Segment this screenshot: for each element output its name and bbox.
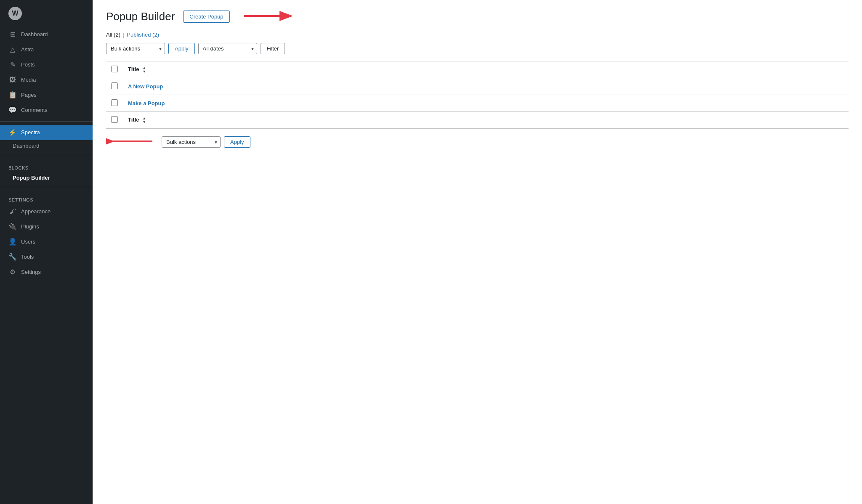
page-header: Popup Builder Create Popup [106, 10, 849, 23]
sidebar-item-label: Pages [21, 91, 37, 99]
page-title: Popup Builder [106, 10, 175, 23]
footer-title-sort-arrows[interactable]: ▲ ▼ [142, 117, 146, 124]
create-popup-arrow [238, 10, 295, 23]
table-row: A New Popup [106, 78, 849, 95]
pages-icon: 📋 [8, 91, 17, 99]
sidebar-item-users[interactable]: 👤 Users [0, 234, 93, 249]
filter-tab-all[interactable]: All (2) [106, 32, 120, 38]
astra-icon: △ [8, 45, 17, 54]
sidebar-item-label: Spectra [21, 129, 40, 136]
row1-checkbox[interactable] [111, 82, 118, 89]
footer-select-all-checkbox[interactable] [111, 116, 118, 123]
table-header-row: Title ▲ ▼ [106, 61, 849, 78]
date-filter-select[interactable]: All dates [198, 43, 257, 54]
settings-icon: ⚙ [8, 268, 17, 276]
row1-title-col: A New Popup [123, 78, 849, 95]
popup-table: Title ▲ ▼ A New Popup [106, 61, 849, 129]
media-icon: 🖼 [8, 76, 17, 84]
plugins-icon: 🔌 [8, 223, 17, 231]
main-content: Popup Builder Create Popup All (2) | Pub… [93, 0, 862, 504]
footer-sort-down-icon: ▼ [142, 120, 146, 124]
sidebar-item-label: Posts [21, 61, 35, 69]
sidebar-item-appearance[interactable]: 🖌 Appearance [0, 204, 93, 219]
filter-tab-divider: | [123, 32, 124, 38]
sidebar-sub-label: Dashboard [13, 143, 40, 149]
apply-button-bottom[interactable]: Apply [224, 136, 250, 148]
footer-title-col: Title ▲ ▼ [123, 112, 849, 129]
sidebar-item-astra[interactable]: △ Astra [0, 42, 93, 57]
row2-checkbox-col [106, 95, 123, 112]
filter-button[interactable]: Filter [261, 43, 285, 54]
sidebar-item-settings[interactable]: ⚙ Settings [0, 265, 93, 280]
sidebar-item-label: Appearance [21, 208, 51, 215]
apply-button-top[interactable]: Apply [168, 43, 195, 54]
title-sort-arrows[interactable]: ▲ ▼ [142, 66, 146, 74]
settings-section-label: Settings [0, 191, 93, 204]
sidebar-sub-item-dashboard[interactable]: Dashboard [0, 140, 93, 151]
spectra-icon: ⚡ [8, 128, 17, 137]
dashboard-icon: ⊞ [8, 30, 17, 39]
row2-title-link[interactable]: Make a Popup [128, 100, 165, 106]
bulk-actions-dropdown-wrapper-top[interactable]: Bulk actions [106, 43, 165, 54]
sidebar-divider [0, 121, 93, 122]
sidebar-item-label: Tools [21, 253, 34, 261]
sidebar-item-label: Dashboard [21, 31, 48, 38]
row2-checkbox[interactable] [111, 99, 118, 106]
row2-title-col: Make a Popup [123, 95, 849, 112]
sidebar-item-plugins[interactable]: 🔌 Plugins [0, 219, 93, 234]
tools-icon: 🔧 [8, 253, 17, 261]
top-toolbar: Bulk actions Apply All dates Filter [106, 43, 849, 54]
bulk-actions-select-top[interactable]: Bulk actions [106, 43, 165, 54]
filter-tabs: All (2) | Published (2) [106, 32, 849, 38]
sidebar-item-spectra[interactable]: ⚡ Spectra [0, 125, 93, 140]
sidebar-divider-2 [0, 155, 93, 155]
select-all-checkbox[interactable] [111, 66, 118, 72]
users-icon: 👤 [8, 238, 17, 246]
comments-icon: 💬 [8, 106, 17, 114]
date-filter-dropdown-wrapper[interactable]: All dates [198, 43, 257, 54]
sidebar-item-media[interactable]: 🖼 Media [0, 72, 93, 88]
sidebar-item-label: Media [21, 76, 36, 84]
sidebar-item-comments[interactable]: 💬 Comments [0, 103, 93, 118]
sidebar: W ⊞ Dashboard △ Astra ✎ Posts 🖼 Media 📋 … [0, 0, 93, 504]
bulk-actions-arrow [106, 135, 158, 149]
row1-checkbox-col [106, 78, 123, 95]
bulk-actions-select-bottom[interactable]: Bulk actions [162, 136, 221, 148]
title-header-col: Title ▲ ▼ [123, 61, 849, 78]
sidebar-item-tools[interactable]: 🔧 Tools [0, 249, 93, 265]
sort-down-icon: ▼ [142, 70, 146, 74]
table-row: Make a Popup [106, 95, 849, 112]
wp-logo: W [0, 0, 93, 27]
bulk-actions-dropdown-wrapper-bottom[interactable]: Bulk actions [162, 136, 221, 148]
sidebar-item-label: Astra [21, 46, 34, 53]
appearance-icon: 🖌 [8, 207, 17, 216]
sidebar-item-pages[interactable]: 📋 Pages [0, 88, 93, 103]
footer-select-all-col [106, 112, 123, 129]
sidebar-item-posts[interactable]: ✎ Posts [0, 57, 93, 72]
row1-title-link[interactable]: A New Popup [128, 83, 163, 90]
sidebar-item-label: Comments [21, 106, 48, 114]
table-footer-row: Title ▲ ▼ [106, 112, 849, 129]
sidebar-sub-label: Popup Builder [13, 175, 50, 181]
sidebar-divider-3 [0, 187, 93, 187]
wp-icon: W [8, 7, 22, 20]
sidebar-item-label: Settings [21, 268, 41, 276]
posts-icon: ✎ [8, 61, 17, 69]
select-all-col [106, 61, 123, 78]
create-popup-button[interactable]: Create Popup [183, 11, 229, 23]
bottom-toolbar: Bulk actions Apply [106, 135, 849, 149]
blocks-section-label: Blocks [0, 159, 93, 172]
sidebar-item-label: Users [21, 238, 35, 246]
sidebar-item-label: Plugins [21, 223, 39, 231]
sidebar-item-dashboard[interactable]: ⊞ Dashboard [0, 27, 93, 42]
filter-tab-published[interactable]: Published (2) [127, 32, 159, 38]
sidebar-sub-item-popup-builder[interactable]: Popup Builder [0, 172, 93, 183]
